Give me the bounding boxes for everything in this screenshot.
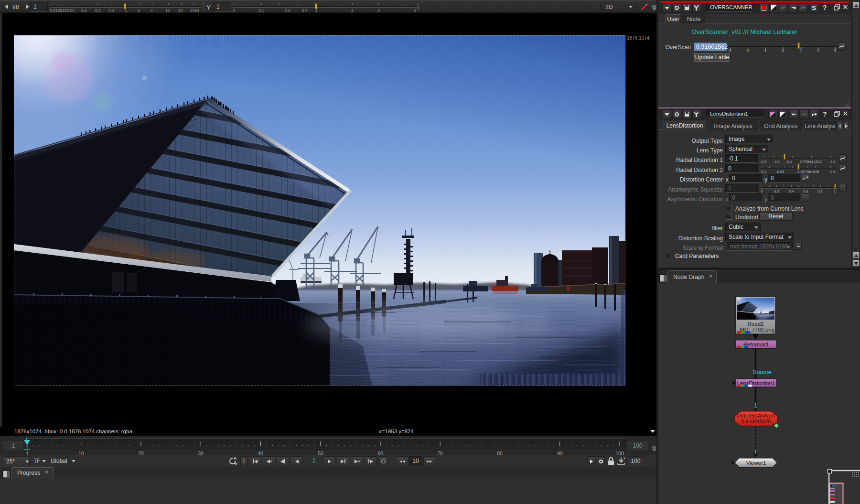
svg-text:1: 1 <box>754 449 757 456</box>
svg-text:OVERSCANNER: OVERSCANNER <box>737 413 776 418</box>
svg-text:Viewer1: Viewer1 <box>746 460 766 466</box>
svg-text:Read2: Read2 <box>748 321 764 327</box>
svg-text:1: 1 <box>754 402 757 409</box>
svg-text:Source: Source <box>752 369 772 375</box>
svg-text:0.916015625: 0.916015625 <box>742 418 771 424</box>
